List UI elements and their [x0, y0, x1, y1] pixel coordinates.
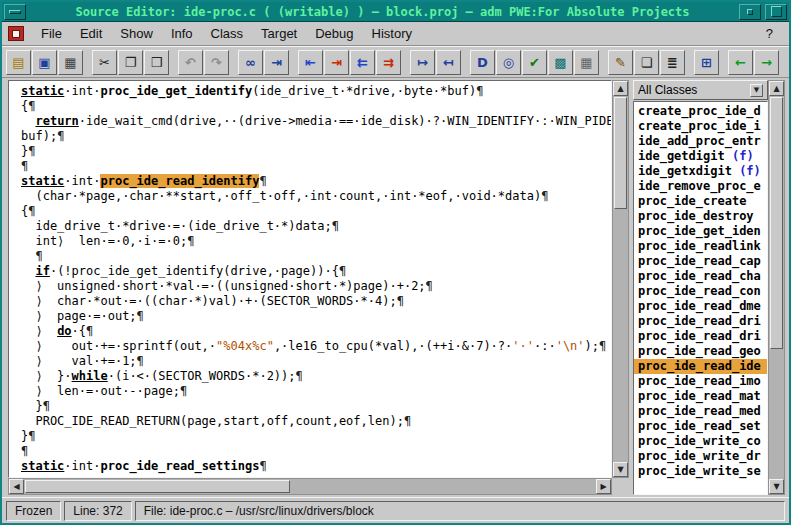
code-line[interactable]: {¶	[21, 99, 611, 114]
shift-right-button[interactable]: ⇉	[376, 50, 401, 75]
code-line[interactable]: static·int·proc_ide_get_identify(ide_dri…	[21, 84, 611, 99]
class-item[interactable]: proc_ide_read_mat	[634, 389, 767, 404]
code-line[interactable]: ⟩ val·+=·1;¶	[21, 354, 611, 369]
code-line[interactable]: ⟩ page·=·out;¶	[21, 309, 611, 324]
class-browser-button[interactable]: ▩	[548, 50, 573, 75]
class-scroll-down-button[interactable]: ▼	[769, 479, 784, 494]
undo-button[interactable]: ↶	[178, 50, 203, 75]
menu-show[interactable]: Show	[111, 23, 162, 44]
menu-file[interactable]: File	[32, 23, 71, 44]
editor-vertical-scrollbar[interactable]: ▲ ▼	[612, 80, 629, 478]
scroll-down-button[interactable]: ▼	[613, 462, 628, 477]
class-item[interactable]: ide_add_proc_entr	[634, 134, 767, 149]
find-button[interactable]: ∞	[238, 50, 263, 75]
code-line[interactable]: ide_drive_t·*drive·=·(ide_drive_t·*)data…	[21, 219, 611, 234]
class-item[interactable]: proc_ide_read_set	[634, 419, 767, 434]
menu-class[interactable]: Class	[202, 23, 253, 44]
code-line[interactable]: }¶	[21, 144, 611, 159]
indent-button[interactable]: ⇥	[324, 50, 349, 75]
class-item[interactable]: proc_ide_read_cap	[634, 254, 767, 269]
minimize-button[interactable]	[739, 4, 761, 20]
class-item[interactable]: proc_ide_write_co	[634, 434, 767, 449]
code-line[interactable]: if·(!proc_ide_get_identify(drive,·page))…	[21, 264, 611, 279]
class-item[interactable]: proc_ide_read_ide	[634, 359, 767, 374]
editor-vscroll-thumb[interactable]	[614, 97, 627, 209]
code-line[interactable]: (char·*page,·char·**start,·off_t·off,·in…	[21, 189, 611, 204]
paste-button[interactable]: ❒	[144, 50, 169, 75]
class-list-scrollbar[interactable]: ▲ ▼	[768, 80, 785, 495]
hierarchy-button[interactable]: ▦	[574, 50, 599, 75]
edit-note-button[interactable]: ✎	[608, 50, 633, 75]
class-scroll-up-button[interactable]: ▲	[769, 81, 784, 96]
code-line[interactable]: ¶	[21, 249, 611, 264]
new-page-button[interactable]: ❏	[634, 50, 659, 75]
class-item[interactable]: proc_ide_read_con	[634, 284, 767, 299]
class-vscroll-thumb[interactable]	[770, 97, 783, 349]
class-item[interactable]: proc_ide_read_dri	[634, 329, 767, 344]
copy-button[interactable]: ❐	[118, 50, 143, 75]
class-item[interactable]: proc_ide_read_med	[634, 404, 767, 419]
code-line[interactable]: }¶	[21, 429, 611, 444]
class-item[interactable]: create_proc_ide_i	[634, 119, 767, 134]
cut-button[interactable]: ✂	[92, 50, 117, 75]
redo-button[interactable]: ↷	[204, 50, 229, 75]
editor-hscroll-thumb[interactable]	[25, 480, 290, 493]
code-area[interactable]: static·int·proc_ide_get_identify(ide_dri…	[8, 80, 612, 478]
dropdown-arrow-button[interactable]: ▼	[750, 84, 763, 97]
class-item[interactable]: proc_ide_read_cha	[634, 269, 767, 284]
open-button[interactable]: ▤	[6, 50, 31, 75]
class-item[interactable]: proc_ide_read_geo	[634, 344, 767, 359]
class-item[interactable]: proc_ide_get_iden	[634, 224, 767, 239]
class-item[interactable]: proc_ide_readlink	[634, 239, 767, 254]
class-item[interactable]: proc_ide_read_dri	[634, 314, 767, 329]
code-line[interactable]: }¶	[21, 399, 611, 414]
code-line[interactable]: ¶	[21, 444, 611, 459]
code-line[interactable]: static·int·proc_ide_read_identify¶	[21, 174, 611, 189]
menu-history[interactable]: History	[363, 23, 421, 44]
code-line[interactable]: {¶	[21, 204, 611, 219]
debugger-button[interactable]: D	[470, 50, 495, 75]
code-line[interactable]: int⟩ len·=·0,·i·=·0;¶	[21, 234, 611, 249]
code-line[interactable]: ¶	[21, 159, 611, 174]
back-button[interactable]: ←	[728, 50, 753, 75]
menu-help[interactable]: ?	[758, 23, 781, 44]
edit-list-button[interactable]: ≣	[660, 50, 685, 75]
class-item[interactable]: proc_ide_read_imo	[634, 374, 767, 389]
titlebar[interactable]: Source Editor: ide-proc.c ( (writable) )…	[2, 2, 789, 22]
class-item[interactable]: create_proc_ide_d	[634, 104, 767, 119]
class-item[interactable]: proc_ide_create	[634, 194, 767, 209]
maximize-button[interactable]	[765, 4, 787, 20]
menu-target[interactable]: Target	[252, 23, 306, 44]
code-line[interactable]: PROC_IDE_READ_RETURN(page,start,off,coun…	[21, 414, 611, 429]
code-line[interactable]: ⟩ len·=·out·-·page;¶	[21, 384, 611, 399]
scroll-left-button[interactable]: ◀	[9, 479, 24, 494]
code-line[interactable]: static·int·proc_ide_read_settings¶	[21, 459, 611, 474]
scroll-right-button[interactable]: ▶	[596, 479, 611, 494]
unindent-button[interactable]: ⇤	[298, 50, 323, 75]
class-item[interactable]: proc_ide_write_dr	[634, 449, 767, 464]
goto-line-button[interactable]: ⇥	[264, 50, 289, 75]
print-button[interactable]: ▦	[58, 50, 83, 75]
forward-button[interactable]: →	[754, 50, 779, 75]
code-line[interactable]: buf);¶	[21, 129, 611, 144]
scroll-up-button[interactable]: ▲	[613, 81, 628, 96]
code-line[interactable]: ⟩ char·*out·=·((char·*)val)·+·(SECTOR_WO…	[21, 294, 611, 309]
menu-edit[interactable]: Edit	[71, 23, 111, 44]
class-filter-dropdown[interactable]: All Classes ▼	[633, 80, 768, 100]
check-results-button[interactable]: ✔	[522, 50, 547, 75]
menu-info[interactable]: Info	[162, 23, 202, 44]
save-button[interactable]: ▣	[32, 50, 57, 75]
goto-reference-button[interactable]: ↤	[436, 50, 461, 75]
goto-definition-button[interactable]: ↦	[410, 50, 435, 75]
shift-left-button[interactable]: ⇇	[350, 50, 375, 75]
code-line[interactable]: ⟩ unsigned·short·*val·=·((unsigned·short…	[21, 279, 611, 294]
window-menu-button[interactable]	[4, 4, 26, 20]
class-item[interactable]: ide_getxdigit (f)	[634, 164, 767, 179]
windows-button[interactable]: ⊞	[694, 50, 719, 75]
class-item[interactable]: proc_ide_destroy	[634, 209, 767, 224]
class-item[interactable]: proc_ide_write_se	[634, 464, 767, 479]
class-item[interactable]: ide_getdigit (f)	[634, 149, 767, 164]
class-item[interactable]: ide_remove_proc_e	[634, 179, 767, 194]
class-item[interactable]: proc_ide_read_dme	[634, 299, 767, 314]
code-line[interactable]: ⟩ do·{¶	[21, 324, 611, 339]
